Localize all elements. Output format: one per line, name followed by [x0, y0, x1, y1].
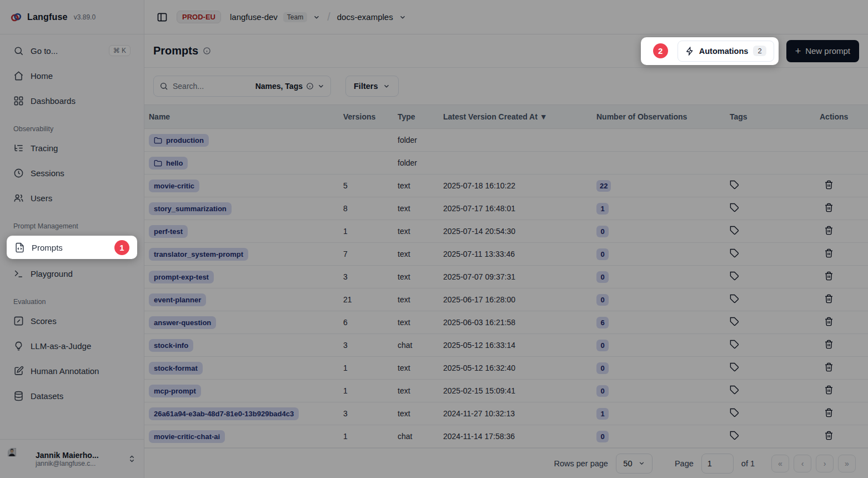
prompt-name-pill[interactable]: stock-format [149, 362, 203, 375]
sidebar-item-prompts[interactable]: Prompts 1 [8, 237, 136, 258]
prompt-name-pill[interactable]: event-planner [149, 293, 206, 306]
table-row[interactable]: event-planner 21 text 2025-06-17 16:28:0… [144, 288, 868, 311]
info-icon[interactable] [203, 47, 211, 55]
prompt-name-pill[interactable]: hello [149, 157, 188, 170]
tag-icon[interactable] [730, 294, 739, 303]
type-cell: text [393, 227, 439, 236]
sidebar-item-human-annotation[interactable]: Human Annotation [7, 360, 137, 381]
prompt-name-pill[interactable]: perf-test [149, 225, 188, 238]
trash-icon[interactable] [824, 226, 834, 235]
column-header-created[interactable]: Latest Version Created At ▼ [439, 112, 592, 121]
table-row[interactable]: production folder [144, 129, 868, 152]
prompt-name-pill[interactable]: production [149, 134, 209, 147]
table-row[interactable]: perf-test 1 text 2025-07-14 20:54:30 0 [144, 220, 868, 243]
prompt-name-pill[interactable]: answer-question [149, 316, 216, 329]
search-input[interactable] [173, 82, 251, 91]
versions-cell: 1 [339, 386, 393, 395]
column-header-observations[interactable]: Number of Observations [592, 112, 725, 121]
trash-icon[interactable] [824, 248, 834, 258]
sidebar-item-playground[interactable]: Playground [7, 263, 137, 284]
tag-icon[interactable] [730, 362, 739, 372]
first-page-button[interactable]: « [771, 455, 789, 472]
column-header-type[interactable]: Type [393, 112, 439, 121]
chevron-down-icon[interactable] [313, 13, 320, 21]
trash-icon[interactable] [824, 408, 834, 417]
trash-icon[interactable] [824, 271, 834, 281]
sidebar-item-home[interactable]: Home [7, 65, 137, 86]
sidebar-toggle-button[interactable] [153, 8, 171, 26]
tag-icon[interactable] [730, 408, 739, 417]
tag-icon[interactable] [730, 180, 739, 190]
trash-icon[interactable] [824, 362, 834, 372]
tag-icon[interactable] [730, 248, 739, 258]
tag-icon[interactable] [730, 385, 739, 395]
column-header-name[interactable]: Name [144, 112, 339, 121]
trash-icon[interactable] [824, 203, 834, 212]
annotation-badge-2: 2 [653, 43, 668, 58]
search-scope-dropdown[interactable]: Names, Tags [255, 82, 325, 91]
column-header-tags[interactable]: Tags [725, 112, 815, 121]
trash-icon[interactable] [824, 294, 834, 303]
org-breadcrumb[interactable]: langfuse-dev [230, 12, 278, 22]
next-page-button[interactable]: › [816, 455, 834, 472]
created-at-cell: 2025-07-07 09:37:31 [439, 272, 592, 281]
sidebar-item-goto[interactable]: Go to... ⌘ K [7, 40, 137, 61]
trash-icon[interactable] [824, 431, 834, 440]
prompt-name-pill[interactable]: mcp-prompt [149, 385, 201, 397]
tag-icon[interactable] [730, 271, 739, 281]
prompt-name-pill[interactable]: prompt-exp-test [149, 271, 214, 283]
created-at-cell: 2024-11-27 10:32:13 [439, 409, 592, 418]
prev-page-button[interactable]: ‹ [794, 455, 811, 472]
table-row[interactable]: movie-critic-chat-ai 1 chat 2024-11-14 1… [144, 425, 868, 448]
tag-icon[interactable] [730, 431, 739, 440]
table-row[interactable]: stock-format 1 text 2025-05-12 16:32:40 … [144, 357, 868, 380]
sidebar-item-llm-judge[interactable]: LLM-as-a-Judge [7, 335, 137, 356]
sidebar-item-datasets[interactable]: Datasets [7, 385, 137, 406]
last-page-button[interactable]: » [838, 455, 856, 472]
table-row[interactable]: movie-critic 5 text 2025-07-18 16:10:22 … [144, 175, 868, 197]
table-row[interactable]: translator_system-prompt 7 text 2025-07-… [144, 243, 868, 266]
chevron-down-icon[interactable] [399, 13, 407, 21]
prompt-name-pill[interactable]: stock-info [149, 339, 193, 352]
prompt-name-pill[interactable]: movie-critic [149, 180, 199, 192]
user-name: Jannik Maierho... [36, 451, 122, 460]
rows-per-page-select[interactable]: 50 [616, 454, 653, 474]
tag-icon[interactable] [730, 340, 739, 349]
sidebar-item-sessions[interactable]: Sessions [7, 162, 137, 183]
chevron-down-icon [383, 82, 390, 90]
table-row[interactable]: hello folder [144, 152, 868, 175]
prompt-name-pill[interactable]: translator_system-prompt [149, 248, 248, 261]
project-breadcrumb[interactable]: docs-examples [337, 12, 393, 22]
prompt-name-pill[interactable]: movie-critic-chat-ai [149, 430, 225, 443]
table-row[interactable]: stock-info 3 chat 2025-05-12 16:33:14 0 [144, 334, 868, 357]
table-row[interactable]: answer-question 6 text 2025-06-03 16:21:… [144, 311, 868, 334]
filters-button[interactable]: Filters [345, 76, 399, 97]
type-cell: chat [393, 341, 439, 350]
tag-icon[interactable] [730, 317, 739, 326]
sidebar-item-scores[interactable]: Scores [7, 310, 137, 331]
user-menu[interactable]: Jannik Maierho... jannik@langfuse.c... [0, 439, 144, 478]
tag-icon[interactable] [730, 226, 739, 235]
plus-icon: + [795, 46, 801, 56]
table-row[interactable]: prompt-exp-test 3 text 2025-07-07 09:37:… [144, 266, 868, 288]
sidebar-item-tracing[interactable]: Tracing [7, 137, 137, 158]
folder-icon [154, 159, 162, 167]
sidebar-item-dashboards[interactable]: Dashboards [7, 90, 137, 111]
column-header-versions[interactable]: Versions [339, 112, 393, 121]
table-row[interactable]: 26a61a94-e3ab-48d7-81e0-13b929bad4c3 3 t… [144, 402, 868, 425]
trash-icon[interactable] [824, 340, 834, 349]
table-row[interactable]: mcp-prompt 1 text 2025-02-15 15:09:41 0 [144, 380, 868, 402]
automations-button[interactable]: Automations 2 [678, 41, 774, 62]
sidebar-item-users[interactable]: Users [7, 187, 137, 208]
prompt-name-pill[interactable]: 26a61a94-e3ab-48d7-81e0-13b929bad4c3 [149, 407, 299, 420]
trash-icon[interactable] [824, 385, 834, 395]
table-row[interactable]: story_summarization 8 text 2025-07-17 16… [144, 197, 868, 220]
user-email: jannik@langfuse.c... [36, 460, 122, 467]
prompt-name-pill[interactable]: story_summarization [149, 202, 232, 215]
langfuse-logo-icon [10, 11, 22, 23]
page-number-input[interactable] [701, 454, 734, 474]
trash-icon[interactable] [824, 317, 834, 326]
new-prompt-button[interactable]: + New prompt [786, 40, 859, 62]
trash-icon[interactable] [824, 180, 834, 190]
tag-icon[interactable] [730, 203, 739, 212]
